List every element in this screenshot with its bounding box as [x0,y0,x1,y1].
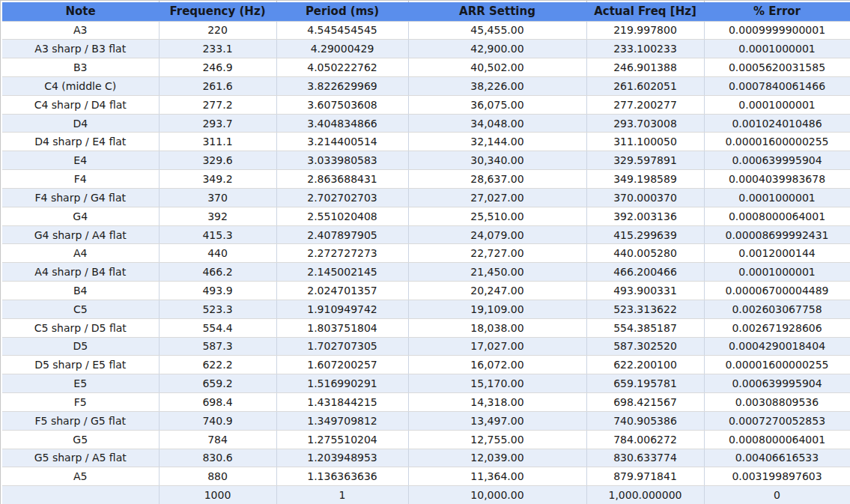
table-cell[interactable]: B4 [2,282,159,300]
table-cell[interactable]: 1,000.000000 [586,486,704,504]
table-cell[interactable]: 220 [159,21,276,40]
table-cell[interactable]: 10,000.00 [408,486,586,504]
table-cell[interactable]: 277.200277 [586,95,704,114]
table-cell[interactable]: 1.349709812 [276,411,408,430]
table-cell[interactable]: 622.200100 [586,356,704,374]
table-cell[interactable]: 293.7 [159,114,276,133]
table-cell[interactable]: 523.3 [159,300,276,318]
table-cell[interactable]: A5 [2,467,159,486]
table-cell[interactable]: 3.033980583 [276,151,408,170]
table-cell[interactable]: 466.2 [159,263,276,282]
table-cell[interactable]: 4.050222762 [276,58,408,77]
table-cell[interactable]: D5 sharp / E5 flat [2,356,159,374]
table-cell[interactable]: 11,364.00 [408,467,586,486]
table-cell[interactable]: B3 [2,58,159,77]
table-cell[interactable]: F5 [2,393,159,412]
table-cell[interactable]: 1.702707305 [276,337,408,356]
table-cell[interactable]: 0.001024010486 [704,114,850,133]
table-cell[interactable]: 329.597891 [586,151,704,170]
table-cell[interactable]: 17,027.00 [408,337,586,356]
table-cell[interactable]: A4 sharp / B4 flat [2,263,159,282]
header-cell-arr-setting[interactable]: ARR Setting [408,2,586,21]
table-cell[interactable]: 349.2 [159,170,276,189]
table-cell[interactable]: 28,637.00 [408,170,586,189]
table-cell[interactable]: E5 [2,374,159,393]
table-cell[interactable]: 440 [159,244,276,263]
table-cell[interactable]: 740.9 [159,411,276,430]
table-cell[interactable]: 0.000639995904 [704,151,850,170]
table-cell[interactable]: 880 [159,467,276,486]
table-cell[interactable]: 0.002603067758 [704,300,850,318]
table-cell[interactable]: 18,038.00 [408,318,586,337]
table-cell[interactable]: 24,079.00 [408,225,586,244]
table-cell[interactable]: 2.407897905 [276,225,408,244]
table-cell[interactable]: 13,497.00 [408,411,586,430]
table-cell[interactable]: 0.0007840061466 [704,76,850,95]
table-cell[interactable]: 233.1 [159,40,276,58]
table-cell[interactable]: 370 [159,188,276,207]
table-cell[interactable]: 12,755.00 [408,430,586,449]
table-cell[interactable]: 0.00001600000255 [704,356,850,374]
table-cell[interactable]: 246.9 [159,58,276,77]
table-cell[interactable]: 30,340.00 [408,151,586,170]
table-cell[interactable]: 587.3 [159,337,276,356]
table-cell[interactable]: 1 [276,486,408,504]
header-cell-actual-freq-hz[interactable]: Actual Freq [Hz] [586,2,704,21]
table-cell[interactable]: 0.0007270052853 [704,411,850,430]
table-cell[interactable]: 38,226.00 [408,76,586,95]
table-cell[interactable]: 2.702702703 [276,188,408,207]
table-cell[interactable]: A3 sharp / B3 flat [2,40,159,58]
table-cell[interactable]: G5 [2,430,159,449]
table-cell[interactable]: C5 sharp / D5 flat [2,318,159,337]
table-cell[interactable]: 587.302520 [586,337,704,356]
table-cell[interactable]: 0.00308809536 [704,393,850,412]
table-cell[interactable]: 784 [159,430,276,449]
table-cell[interactable]: 622.2 [159,356,276,374]
table-cell[interactable]: 14,318.00 [408,393,586,412]
header-cell-note[interactable]: Note [2,2,159,21]
table-cell[interactable]: 34,048.00 [408,114,586,133]
table-cell[interactable]: 1.607200257 [276,356,408,374]
table-cell[interactable]: 15,170.00 [408,374,586,393]
table-cell[interactable]: 523.313622 [586,300,704,318]
table-cell[interactable]: 0.0001000001 [704,188,850,207]
table-cell[interactable]: 392 [159,207,276,225]
table-cell[interactable]: C4 (middle C) [2,76,159,95]
table-cell[interactable]: 3.607503608 [276,95,408,114]
table-cell[interactable]: 554.385187 [586,318,704,337]
table-cell[interactable]: 0.0004290018404 [704,337,850,356]
table-cell[interactable]: F4 [2,170,159,189]
table-cell[interactable]: 2.272727273 [276,244,408,263]
table-cell[interactable]: 27,027.00 [408,188,586,207]
table-cell[interactable]: 554.4 [159,318,276,337]
table-cell[interactable]: 277.2 [159,95,276,114]
table-cell[interactable]: 659.195781 [586,374,704,393]
table-cell[interactable]: 3.214400514 [276,133,408,151]
table-cell[interactable]: A3 [2,21,159,40]
table-cell[interactable]: 493.900331 [586,282,704,300]
table-cell[interactable]: 0.0012000144 [704,244,850,263]
table-cell[interactable]: 32,144.00 [408,133,586,151]
table-cell[interactable]: 293.703008 [586,114,704,133]
table-cell[interactable]: C5 [2,300,159,318]
table-cell[interactable]: 329.6 [159,151,276,170]
table-cell[interactable] [2,486,159,504]
table-cell[interactable]: 20,247.00 [408,282,586,300]
table-cell[interactable]: 1.203948953 [276,449,408,467]
table-cell[interactable]: 740.905386 [586,411,704,430]
table-cell[interactable]: 311.1 [159,133,276,151]
table-cell[interactable]: 466.200466 [586,263,704,282]
table-cell[interactable]: 392.003136 [586,207,704,225]
table-cell[interactable]: 0.0001000001 [704,40,850,58]
table-cell[interactable]: 219.997800 [586,21,704,40]
table-cell[interactable]: 0.0001000001 [704,95,850,114]
table-cell[interactable]: 45,455.00 [408,21,586,40]
header-cell-period-ms[interactable]: Period (ms) [276,2,408,21]
table-cell[interactable]: F4 sharp / G4 flat [2,188,159,207]
table-cell[interactable]: 1.431844215 [276,393,408,412]
table-cell[interactable]: D5 [2,337,159,356]
table-cell[interactable]: 3.822629969 [276,76,408,95]
table-cell[interactable]: 0.00406616533 [704,449,850,467]
table-cell[interactable]: G4 sharp / A4 flat [2,225,159,244]
table-cell[interactable]: C4 sharp / D4 flat [2,95,159,114]
